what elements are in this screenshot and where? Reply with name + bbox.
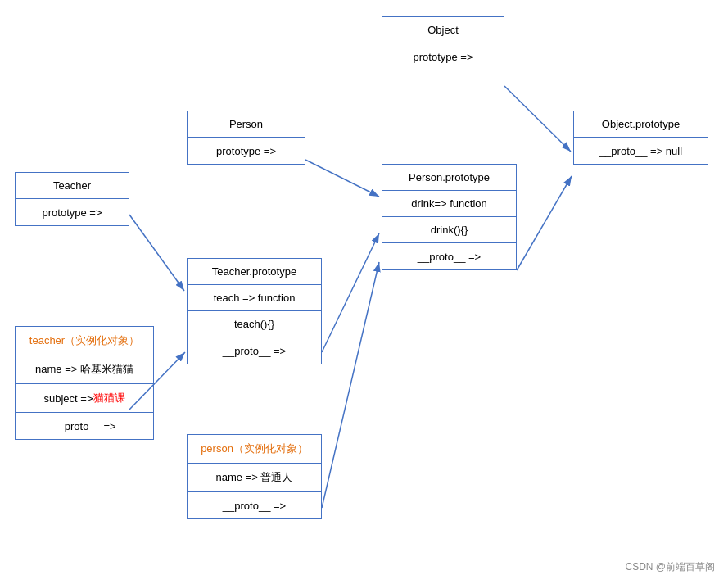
svg-line-7 [517, 176, 572, 270]
person-proto2: __proto__ => [382, 243, 516, 269]
person-label: Person [188, 111, 305, 138]
svg-line-6 [504, 86, 571, 152]
teacher-box: Teacher prototype => [15, 172, 129, 226]
teacher-prototype: prototype => [16, 199, 129, 225]
person-instance-label: person（实例化对象） [188, 435, 321, 464]
person-proto: __proto__ => [188, 492, 321, 518]
arrows-svg [0, 0, 728, 584]
teacher-instance-box: teacher（实例化对象） name => 哈基米猫猫 subject => … [15, 326, 154, 440]
teacher-label: Teacher [16, 173, 129, 199]
teacher-teach-fn: teach(){} [188, 311, 321, 337]
svg-line-5 [322, 262, 379, 508]
object-label: Object [382, 17, 504, 43]
person-box: Person prototype => [187, 111, 305, 165]
teacher-proto2: __proto__ => [188, 337, 321, 364]
svg-line-1 [129, 215, 184, 291]
object-prototype-label: Object.prototype [574, 111, 708, 138]
object-null: __proto__ => null [574, 138, 708, 164]
person-prototype-box: Person.prototype drink=> function drink(… [382, 164, 517, 270]
object-box: Object prototype => [382, 16, 504, 70]
person-name: name => 普通人 [188, 464, 321, 492]
watermark: CSDN @前端百草阁 [625, 560, 715, 574]
person-drink: drink=> function [382, 191, 516, 217]
teacher-instance-label: teacher（实例化对象） [16, 327, 153, 355]
svg-line-4 [322, 233, 379, 352]
teacher-prototype-box: Teacher.prototype teach => function teac… [187, 258, 322, 364]
svg-line-3 [305, 160, 379, 197]
teacher-teach: teach => function [188, 285, 321, 311]
teacher-name: name => 哈基米猫猫 [16, 355, 153, 384]
person-drink-fn: drink(){} [382, 217, 516, 243]
teacher-proto: __proto__ => [16, 413, 153, 439]
object-prototype-box: Object.prototype __proto__ => null [573, 111, 708, 165]
teacher-subject: subject => 猫猫课 [16, 384, 153, 413]
teacher-prototype-label: Teacher.prototype [188, 259, 321, 285]
person-prototype-label: Person.prototype [382, 165, 516, 191]
person-instance-box: person（实例化对象） name => 普通人 __proto__ => [187, 434, 322, 519]
object-prototype: prototype => [382, 43, 504, 70]
person-prototype: prototype => [188, 138, 305, 164]
